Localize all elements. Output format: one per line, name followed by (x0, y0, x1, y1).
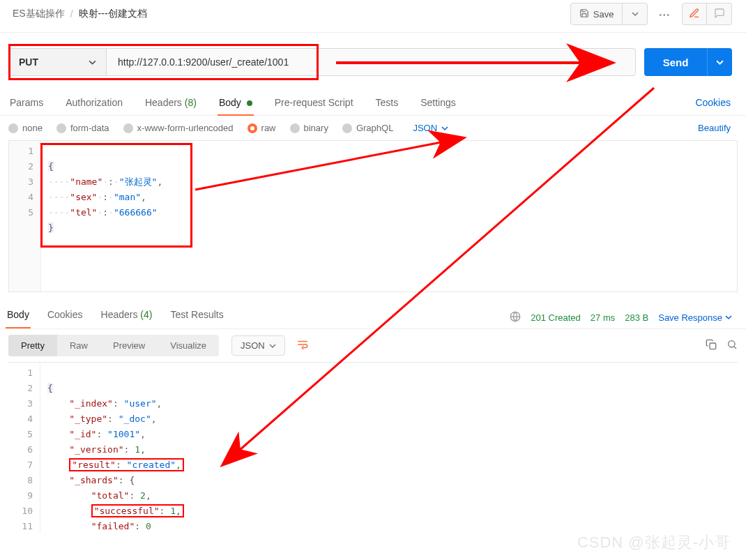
gutter-line: 1 (8, 365, 33, 381)
resp-view-preview[interactable]: Preview (100, 335, 158, 356)
radio-none[interactable]: none (8, 123, 43, 133)
body-type-row: none form-data x-www-form-urlencoded raw… (0, 116, 746, 140)
save-label: Save (593, 9, 614, 20)
response-toolbar: Pretty Raw Preview Visualize JSON (0, 328, 746, 362)
globe-icon[interactable] (510, 311, 521, 324)
request-body-editor[interactable]: 1 2 3 4 5 { ····"name"·:·"张起灵", ····"sex… (8, 140, 738, 292)
breadcrumb-sep: / (70, 8, 73, 20)
method-select[interactable]: PUT (8, 48, 106, 76)
gutter-line: 5 (8, 427, 33, 442)
save-button[interactable]: Save (570, 3, 623, 25)
dirty-dot-icon (247, 100, 252, 106)
wrap-lines-icon[interactable] (296, 338, 309, 353)
response-format-value: JSON (241, 340, 265, 351)
svg-rect-3 (710, 343, 716, 349)
response-tabs: Body Cookies Headers (4) Test Results (6, 306, 225, 328)
breadcrumb-leaf: 映射---创建文档 (79, 8, 147, 20)
gutter-line: 1 (9, 144, 33, 159)
code-content[interactable]: { "_index": "user", "_type": "_doc", "_i… (40, 363, 738, 533)
save-response-dropdown[interactable]: Save Response (658, 312, 732, 323)
save-icon (579, 8, 589, 20)
radio-raw[interactable]: raw (248, 123, 276, 133)
tab-params[interactable]: Params (8, 93, 45, 115)
gutter-line: 4 (8, 411, 33, 427)
send-button[interactable]: Send (644, 48, 707, 76)
resp-tab-cookies[interactable]: Cookies (46, 306, 84, 328)
gutter-line: 11 (8, 519, 33, 533)
tab-authorization[interactable]: Authorization (64, 93, 124, 115)
save-button-group: Save (570, 3, 648, 25)
more-menu[interactable] (655, 9, 675, 20)
send-dropdown[interactable] (707, 48, 732, 76)
svg-point-4 (729, 341, 735, 347)
gutter-line: 9 (8, 488, 33, 504)
tab-headers-count: (8) (185, 97, 197, 108)
request-tabs: Params Authorization Headers (8) Body Pr… (0, 93, 746, 116)
gutter-line: 3 (8, 396, 33, 411)
url-row: PUT Send (8, 48, 732, 76)
response-toolbar-right (706, 339, 738, 352)
radio-graphql[interactable]: GraphQL (342, 123, 393, 133)
resp-tab-body[interactable]: Body (6, 306, 31, 328)
copy-icon[interactable] (706, 339, 717, 352)
tab-tests[interactable]: Tests (374, 93, 400, 115)
tab-body[interactable]: Body (218, 93, 254, 115)
comment-button[interactable] (707, 3, 732, 25)
url-input[interactable] (106, 48, 636, 76)
body-format-value: JSON (413, 123, 437, 133)
radio-urlencoded[interactable]: x-www-form-urlencoded (123, 123, 234, 133)
resp-tab-headers[interactable]: Headers (4) (100, 306, 154, 328)
resp-tab-test-results[interactable]: Test Results (169, 306, 224, 328)
body-format-dropdown[interactable]: JSON (413, 123, 448, 133)
response-time: 27 ms (591, 312, 615, 323)
chevron-down-icon (89, 59, 96, 66)
resp-view-raw[interactable]: Raw (57, 335, 100, 356)
resp-tab-headers-label: Headers (101, 309, 138, 320)
gutter-line: 2 (8, 381, 33, 396)
gutter-line: 6 (8, 442, 33, 457)
radio-urlencoded-label: x-www-form-urlencoded (137, 123, 234, 133)
response-view-segmented: Pretty Raw Preview Visualize (8, 335, 219, 356)
line-gutter: 1 2 3 4 5 6 7 8 9 10 11 (8, 363, 40, 533)
cookies-link[interactable]: Cookies (688, 93, 738, 115)
response-body-viewer[interactable]: 1 2 3 4 5 6 7 8 9 10 11 { "_index": "use… (8, 362, 738, 533)
tab-headers[interactable]: Headers (8) (144, 93, 198, 115)
breadcrumb-root[interactable]: ES基础操作 (13, 8, 65, 20)
comment-icon (714, 8, 725, 21)
response-size: 283 B (625, 312, 648, 323)
svg-line-5 (734, 347, 736, 349)
send-group: Send (644, 48, 732, 76)
edit-button[interactable] (682, 3, 707, 25)
top-actions: Save (570, 3, 732, 25)
code-content[interactable]: { ····"name"·:·"张起灵", ····"sex"·:·"man",… (41, 141, 737, 292)
topbar: ES基础操作 / 映射---创建文档 Save (0, 0, 746, 33)
edit-icon (689, 8, 700, 21)
chevron-down-icon (725, 314, 732, 321)
right-icon-group (682, 3, 732, 25)
save-dropdown[interactable] (623, 3, 648, 25)
radio-formdata[interactable]: form-data (56, 123, 109, 133)
radio-binary[interactable]: binary (290, 123, 328, 133)
radio-graphql-label: GraphQL (356, 123, 393, 133)
tab-settings[interactable]: Settings (419, 93, 457, 115)
radio-raw-label: raw (261, 123, 276, 133)
radio-none-label: none (22, 123, 43, 133)
annotation-frame: "result": "created", (69, 458, 184, 471)
response-format-dropdown[interactable]: JSON (231, 335, 285, 356)
tab-prerequest[interactable]: Pre-request Script (273, 93, 355, 115)
gutter-line: 2 (9, 159, 33, 174)
resp-view-visualize[interactable]: Visualize (158, 335, 219, 356)
resp-view-pretty[interactable]: Pretty (8, 335, 57, 356)
radio-formdata-label: form-data (70, 123, 109, 133)
annotation-frame: "successful": 1, (91, 504, 184, 517)
response-status: 201 Created 27 ms 283 B Save Response (510, 311, 732, 324)
watermark: CSDN @张起灵-小哥 (577, 532, 731, 553)
radio-binary-label: binary (304, 123, 328, 133)
beautify-link[interactable]: Beautify (698, 123, 738, 133)
status-code: 201 Created (531, 312, 581, 323)
gutter-line: 10 (8, 504, 33, 519)
search-icon[interactable] (726, 339, 738, 352)
gutter-line: 4 (9, 190, 33, 205)
response-bar: Body Cookies Headers (4) Test Results 20… (0, 296, 746, 328)
method-value: PUT (19, 56, 38, 68)
